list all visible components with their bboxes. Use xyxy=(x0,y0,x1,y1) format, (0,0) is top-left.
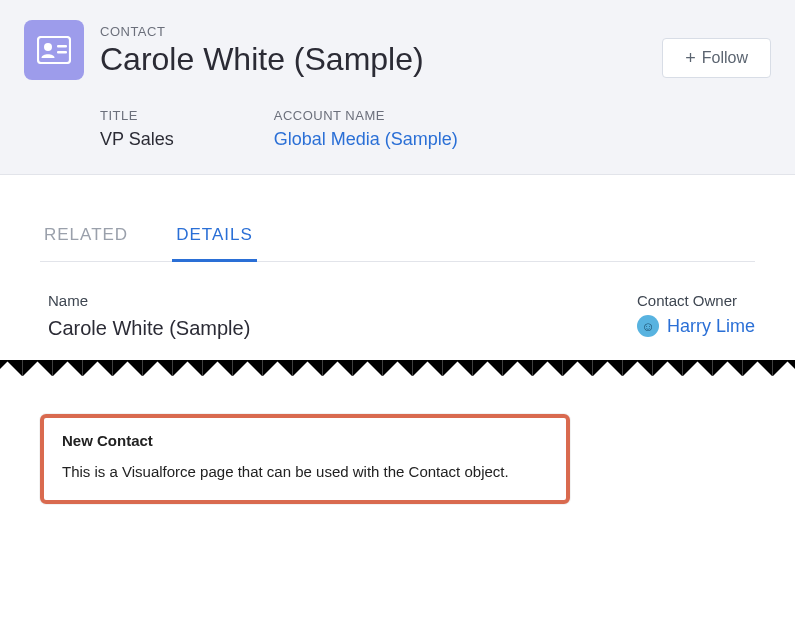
follow-label: Follow xyxy=(702,49,748,67)
record-header: CONTACT Carole White (Sample) + Follow T… xyxy=(0,0,795,175)
svg-rect-0 xyxy=(38,37,70,63)
follow-button[interactable]: + Follow xyxy=(662,38,771,78)
owner-link[interactable]: Harry Lime xyxy=(667,316,755,337)
highlights-panel: TITLE VP Sales ACCOUNT NAME Global Media… xyxy=(100,108,771,150)
name-label: Name xyxy=(48,292,250,309)
contact-icon xyxy=(24,20,84,80)
highlight-account: ACCOUNT NAME Global Media (Sample) xyxy=(274,108,458,150)
field-name: Name Carole White (Sample) xyxy=(48,292,250,340)
torn-edge-divider xyxy=(0,360,795,390)
tab-details[interactable]: DETAILS xyxy=(172,215,257,262)
plus-icon: + xyxy=(685,49,696,67)
title-column: CONTACT Carole White (Sample) xyxy=(100,20,646,78)
svg-point-1 xyxy=(44,43,52,51)
tab-related[interactable]: RELATED xyxy=(40,215,132,261)
field-owner: Contact Owner ☺ Harry Lime xyxy=(637,292,755,340)
owner-label: Contact Owner xyxy=(637,292,755,309)
name-value: Carole White (Sample) xyxy=(48,317,250,340)
record-name: Carole White (Sample) xyxy=(100,41,646,78)
tabs-container: RELATED DETAILS xyxy=(0,175,795,262)
callout-body: This is a Visualforce page that can be u… xyxy=(62,461,548,482)
account-label: ACCOUNT NAME xyxy=(274,108,458,123)
tabset: RELATED DETAILS xyxy=(40,215,755,262)
account-link[interactable]: Global Media (Sample) xyxy=(274,129,458,150)
details-panel: Name Carole White (Sample) Contact Owner… xyxy=(0,262,795,350)
header-row: CONTACT Carole White (Sample) + Follow xyxy=(24,20,771,80)
visualforce-callout: New Contact This is a Visualforce page t… xyxy=(40,414,570,504)
callout-wrap: New Contact This is a Visualforce page t… xyxy=(0,390,795,534)
svg-rect-2 xyxy=(57,45,67,48)
owner-row: ☺ Harry Lime xyxy=(637,315,755,337)
object-label: CONTACT xyxy=(100,24,646,39)
title-value: VP Sales xyxy=(100,129,174,150)
title-label: TITLE xyxy=(100,108,174,123)
callout-title: New Contact xyxy=(62,432,548,449)
highlight-title: TITLE VP Sales xyxy=(100,108,174,150)
id-card-icon xyxy=(37,36,71,64)
svg-rect-3 xyxy=(57,51,67,54)
avatar-icon: ☺ xyxy=(637,315,659,337)
